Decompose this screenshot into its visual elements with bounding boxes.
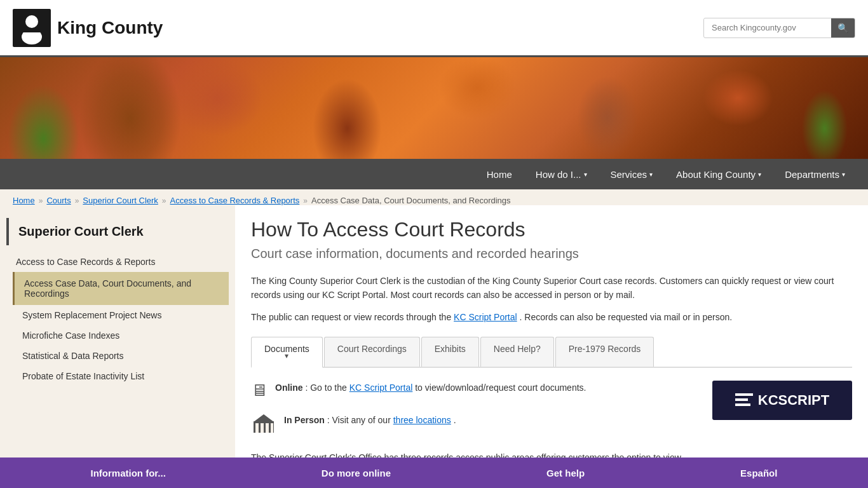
nav-services[interactable]: Services ▾ — [600, 161, 663, 187]
breadcrumb-home[interactable]: Home — [13, 196, 35, 205]
breadcrumb-courts[interactable]: Courts — [46, 196, 71, 205]
footer-bar: Information for... Do more online Get he… — [0, 458, 868, 488]
three-locations-link[interactable]: three locations — [393, 415, 451, 425]
logo-text: King County — [57, 18, 163, 38]
sidebar-item-access-data[interactable]: Access Case Data, Court Documents, and R… — [13, 272, 229, 305]
breadcrumb-sep-4: » — [303, 196, 308, 205]
sidebar-item-system-replacement[interactable]: System Replacement Project News — [6, 305, 229, 325]
nav-services-arrow: ▾ — [649, 171, 653, 178]
nav-about-arrow: ▾ — [758, 171, 761, 178]
breadcrumb-sep-2: » — [75, 196, 79, 205]
building-icon — [251, 413, 276, 438]
sidebar-item-microfiche[interactable]: Microfiche Case Indexes — [6, 325, 229, 346]
intro-paragraph-2: The public can request or view records t… — [251, 310, 852, 324]
svg-rect-6 — [255, 423, 259, 433]
kcscript-bars-icon — [735, 393, 753, 407]
tab-court-recordings[interactable]: Court Recordings — [324, 337, 420, 367]
svg-rect-12 — [735, 403, 750, 406]
logo-area: King County — [13, 9, 163, 47]
tab-item-inperson: In Person : Visit any of our three locat… — [251, 413, 693, 438]
svg-rect-11 — [735, 398, 748, 401]
svg-rect-3 — [19, 29, 44, 32]
online-label: Online — [275, 383, 303, 393]
intro-paragraph-1: The King County Superior Court Clerk is … — [251, 274, 852, 302]
sidebar-item-case-records[interactable]: Access to Case Records & Reports — [6, 252, 229, 272]
page-title: How To Access Court Records — [251, 215, 852, 241]
tab-need-help[interactable]: Need Help? — [480, 337, 554, 367]
tab-item-online: 🖥 Online : Go to the KC Script Portal to… — [251, 381, 693, 400]
page-subtitle: Court case information, documents and re… — [251, 247, 852, 261]
content-wrapper: Superior Court Clerk Access to Case Reco… — [0, 205, 868, 488]
search-bar[interactable]: 🔍 — [703, 18, 855, 38]
svg-marker-4 — [254, 414, 274, 422]
inperson-label: In Person — [284, 415, 325, 425]
sidebar-item-probate[interactable]: Probate of Estate Inactivity List — [6, 366, 229, 386]
footer-get-help[interactable]: Get help — [546, 468, 585, 478]
nav-departments[interactable]: Departments ▾ — [775, 161, 855, 187]
breadcrumb-current: Access Case Data, Court Documents, and R… — [311, 196, 511, 205]
footer-do-more[interactable]: Do more online — [322, 468, 391, 478]
breadcrumb-sep-1: » — [39, 196, 43, 205]
nav-bar: Home How do I... ▾ Services ▾ About King… — [0, 159, 868, 189]
tab-documents[interactable]: Documents — [251, 337, 323, 368]
main-content: How To Access Court Records Court case i… — [235, 205, 868, 488]
monitor-icon: 🖥 — [251, 381, 268, 400]
breadcrumb-access[interactable]: Access to Case Records & Reports — [170, 196, 300, 205]
nav-departments-arrow: ▾ — [842, 171, 845, 178]
kc-script-portal-link-1[interactable]: KC Script Portal — [454, 312, 517, 322]
breadcrumb-clerk[interactable]: Superior Court Clerk — [83, 196, 158, 205]
nav-howdoi-arrow: ▾ — [584, 171, 587, 178]
nav-about[interactable]: About King County ▾ — [666, 161, 771, 187]
kc-script-portal-link-2[interactable]: KC Script Portal — [349, 383, 413, 393]
svg-rect-9 — [271, 423, 273, 433]
kcscript-label: KCSCRIPT — [758, 392, 829, 409]
svg-point-1 — [25, 15, 38, 28]
nav-howdoi[interactable]: How do I... ▾ — [526, 161, 597, 187]
hero-banner — [0, 57, 868, 159]
svg-rect-7 — [261, 423, 264, 433]
nav-home[interactable]: Home — [477, 161, 522, 187]
sidebar-item-statistical[interactable]: Statistical & Data Reports — [6, 346, 229, 366]
logo-icon — [13, 9, 51, 47]
svg-rect-8 — [266, 423, 269, 433]
search-input[interactable] — [704, 19, 831, 36]
search-button[interactable]: 🔍 — [831, 18, 855, 37]
online-text: Online : Go to the KC Script Portal to v… — [275, 381, 586, 395]
footer-espanol[interactable]: Español — [740, 468, 777, 478]
sidebar-title: Superior Court Clerk — [6, 218, 229, 245]
kcscript-logo[interactable]: KCSCRIPT — [712, 381, 852, 420]
svg-rect-10 — [735, 393, 753, 396]
tabs-container: Documents Court Recordings Exhibits Need… — [251, 337, 852, 368]
breadcrumb-sep-3: » — [162, 196, 166, 205]
tab-exhibits[interactable]: Exhibits — [421, 337, 479, 367]
footer-information[interactable]: Information for... — [91, 468, 166, 478]
header: King County 🔍 — [0, 0, 868, 57]
tab-pre1979[interactable]: Pre-1979 Records — [555, 337, 654, 367]
breadcrumb: Home » Courts » Superior Court Clerk » A… — [0, 189, 868, 205]
inperson-text: In Person : Visit any of our three locat… — [284, 413, 456, 427]
sidebar: Superior Court Clerk Access to Case Reco… — [0, 205, 235, 488]
hero-background — [0, 57, 868, 159]
